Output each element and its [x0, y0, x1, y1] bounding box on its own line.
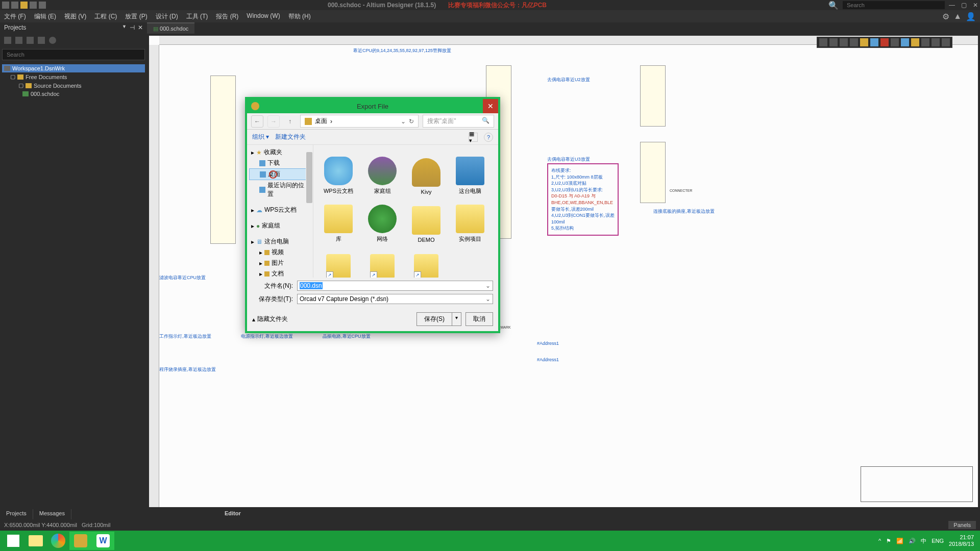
- taskbar-altium[interactable]: [69, 532, 92, 550]
- tray-network-icon[interactable]: 📶: [896, 538, 903, 544]
- bottom-tab-projects[interactable]: Projects: [0, 509, 33, 519]
- menu-file[interactable]: 文件 (F): [4, 12, 26, 21]
- dropdown-icon[interactable]: ⌄: [485, 282, 491, 289]
- file-demo[interactable]: DEMO: [405, 197, 447, 243]
- menu-reports[interactable]: 报告 (R): [216, 12, 238, 21]
- menu-view[interactable]: 视图 (V): [64, 12, 86, 21]
- search-icon: 🔍: [828, 1, 839, 10]
- toolbar-settings-icon[interactable]: [49, 37, 56, 44]
- tree-downloads[interactable]: 下载: [249, 158, 311, 168]
- projects-search-input[interactable]: [2, 49, 145, 60]
- minimize-button[interactable]: —: [949, 2, 955, 9]
- bottom-tab-messages[interactable]: Messages: [33, 509, 71, 519]
- open-icon[interactable]: [20, 2, 28, 9]
- menu-help[interactable]: 帮助 (H): [288, 12, 311, 21]
- file-shortcut-2[interactable]: ↗: [361, 245, 403, 278]
- tree-schdoc-file[interactable]: 000.schdoc: [2, 90, 145, 98]
- redo-icon[interactable]: [39, 2, 46, 9]
- tray-ime[interactable]: 中: [921, 537, 926, 545]
- breadcrumb-bar[interactable]: 桌面 › ⌄ ↻: [300, 115, 419, 128]
- file-shortcut-3[interactable]: ↗: [405, 245, 447, 278]
- file-kivy[interactable]: Kivy: [405, 149, 447, 195]
- undo-icon[interactable]: [30, 2, 37, 9]
- tree-documents[interactable]: ▸文档: [249, 268, 311, 278]
- con2-block[interactable]: [640, 142, 666, 203]
- menu-project[interactable]: 工程 (C): [94, 12, 117, 21]
- maximize-button[interactable]: ▢: [961, 2, 967, 9]
- taskbar-app-1[interactable]: [47, 532, 69, 550]
- toolbar-icon-1[interactable]: [4, 37, 11, 44]
- global-search-input[interactable]: [843, 1, 945, 9]
- dropdown-icon[interactable]: ⌄: [485, 295, 491, 303]
- menu-edit[interactable]: 编辑 (E): [34, 12, 56, 21]
- panel-close-icon[interactable]: ✕: [138, 24, 143, 31]
- files-scrollbar[interactable]: [491, 145, 498, 278]
- taskbar-wps[interactable]: W: [92, 532, 114, 550]
- save-dropdown-icon[interactable]: ▾: [452, 312, 461, 326]
- file-wps-cloud[interactable]: WPS云文档: [317, 149, 359, 195]
- panels-button[interactable]: Panels: [948, 521, 976, 529]
- panel-pin-icon[interactable]: ⊣: [130, 24, 135, 31]
- close-button[interactable]: ✕: [973, 2, 978, 9]
- con1-block[interactable]: [640, 65, 666, 127]
- file-grid: WPS云文档 家庭组 Kivy 这台电脑 库 网络 DEMO 实例项目 ↗ ↗ …: [313, 145, 498, 278]
- notifications-icon[interactable]: ▲: [953, 12, 962, 21]
- filetype-select[interactable]: Orcad v7 Capture Design (*.dsn) ⌄: [297, 294, 493, 304]
- nav-forward-button[interactable]: →: [267, 115, 280, 128]
- tree-computer[interactable]: ▸🖥这台电脑: [249, 236, 311, 247]
- file-homegroup[interactable]: 家庭组: [361, 149, 403, 195]
- tree-wps[interactable]: ▸☁WPS云文档: [249, 205, 311, 215]
- save-button[interactable]: 保存(S)▾: [416, 312, 461, 326]
- start-button[interactable]: [2, 532, 24, 550]
- filename-input[interactable]: 000.dsn ⌄: [297, 281, 493, 291]
- organize-button[interactable]: 组织 ▾: [252, 133, 269, 141]
- tree-workspace[interactable]: Workspace1.DsnWrk: [2, 64, 145, 72]
- tree-desktop[interactable]: 桌面: [249, 168, 311, 180]
- tree-homegroup[interactable]: ▸●家庭组: [249, 220, 311, 231]
- tree-source-documents[interactable]: ▢ Source Documents: [2, 81, 145, 90]
- document-tab[interactable]: ▤ 000.schdoc: [147, 22, 194, 34]
- menu-design[interactable]: 设计 (D): [156, 12, 178, 21]
- tray-lang[interactable]: ENG: [932, 538, 944, 544]
- menu-place[interactable]: 放置 (P): [125, 12, 147, 21]
- hide-folders-button[interactable]: ▴隐藏文件夹: [252, 315, 288, 323]
- view-mode-button[interactable]: ▦ ▾: [469, 133, 478, 142]
- nav-up-button[interactable]: ↑: [284, 115, 296, 128]
- toolbar-icon-2[interactable]: [15, 37, 22, 44]
- menu-window[interactable]: Window (W): [247, 12, 280, 21]
- file-computer[interactable]: 这台电脑: [449, 149, 491, 195]
- panel-dropdown-icon[interactable]: ▼: [122, 24, 127, 31]
- tree-pictures[interactable]: ▸图片: [249, 258, 311, 268]
- file-shortcut-1[interactable]: ↗: [317, 245, 359, 278]
- dialog-close-button[interactable]: ✕: [483, 99, 498, 113]
- tray-volume-icon[interactable]: 🔊: [909, 538, 916, 544]
- toolbar-icon-3[interactable]: [27, 37, 34, 44]
- help-button[interactable]: ?: [484, 133, 493, 142]
- new-folder-button[interactable]: 新建文件夹: [275, 133, 306, 141]
- tree-recent[interactable]: 最近访问的位置: [249, 180, 311, 199]
- shortcut-arrow-icon: ↗: [414, 271, 421, 278]
- user-icon[interactable]: 👤: [966, 12, 976, 21]
- file-network[interactable]: 网络: [361, 197, 403, 243]
- tray-expand-icon[interactable]: ^: [878, 538, 881, 544]
- menu-tools[interactable]: 工具 (T): [186, 12, 208, 21]
- cancel-button[interactable]: 取消: [465, 312, 493, 326]
- tray-flag-icon[interactable]: ⚑: [886, 538, 891, 544]
- tree-free-documents[interactable]: ▢ Free Documents: [2, 72, 145, 81]
- tray-clock[interactable]: 21:07 2018/8/13: [949, 534, 974, 547]
- taskbar-explorer[interactable]: [24, 532, 47, 550]
- tree-scrollbar[interactable]: [306, 145, 313, 278]
- tree-videos[interactable]: ▸视频: [249, 247, 311, 258]
- toolbar-icon-4[interactable]: [38, 37, 45, 44]
- save-icon[interactable]: [11, 2, 18, 9]
- cpu-block[interactable]: [210, 76, 236, 244]
- dialog-search-input[interactable]: 搜索"桌面" 🔍: [423, 115, 494, 128]
- nav-back-button[interactable]: ←: [251, 115, 263, 128]
- tree-favorites[interactable]: ▸★收藏夹: [249, 147, 311, 158]
- title-block: [861, 466, 973, 502]
- settings-icon[interactable]: ⚙: [942, 12, 949, 21]
- file-examples[interactable]: 实例项目: [449, 197, 491, 243]
- title-text: 000.schdoc - Altium Designer (18.1.5) 比赛…: [46, 1, 828, 10]
- refresh-icon[interactable]: ↻: [409, 118, 414, 125]
- file-libraries[interactable]: 库: [317, 197, 359, 243]
